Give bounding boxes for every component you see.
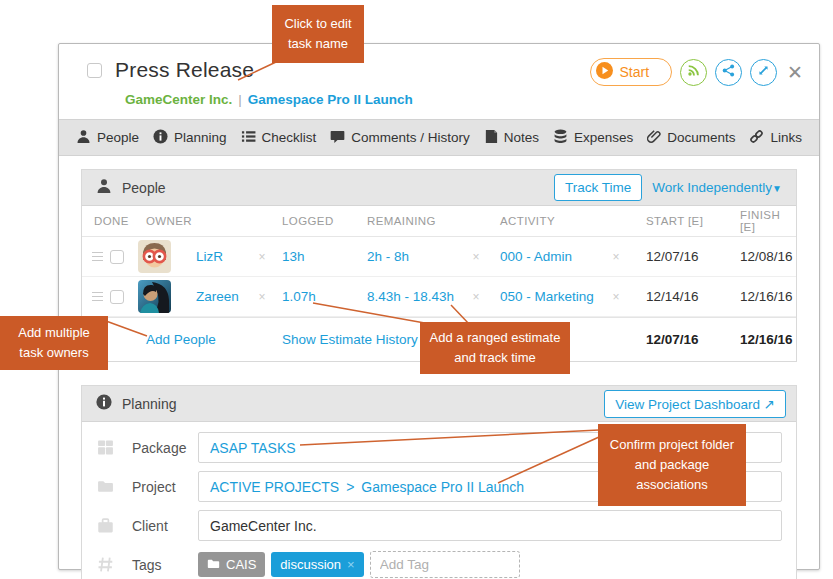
logged-link[interactable]: 1.07h xyxy=(282,289,316,304)
remove-activity-icon[interactable]: × xyxy=(604,290,628,304)
breadcrumb-project-link[interactable]: Gamespace Pro II Launch xyxy=(248,92,413,107)
tab-checklist[interactable]: Checklist xyxy=(241,129,317,147)
work-mode-dropdown[interactable]: Work Independently▼ xyxy=(652,180,786,195)
task-complete-checkbox[interactable] xyxy=(87,63,102,78)
tags-label: Tags xyxy=(118,557,198,573)
callout-ranged-estimate: Add a ranged estimate and track time xyxy=(420,322,570,374)
row-done-checkbox[interactable] xyxy=(110,250,124,264)
remove-estimate-icon[interactable]: × xyxy=(464,250,488,264)
remove-owner-icon[interactable]: × xyxy=(250,290,274,304)
tab-comments-history[interactable]: Comments / History xyxy=(330,129,470,147)
start-date[interactable]: 12/07/16 xyxy=(628,249,714,264)
add-people-link[interactable]: Add People xyxy=(146,332,216,347)
callout-add-task-owners: Add multiple task owners xyxy=(0,316,108,370)
package-label: Package xyxy=(118,440,198,456)
people-panel-header: People Track Time Work Independently▼ xyxy=(82,170,796,206)
rss-icon xyxy=(687,63,701,81)
tab-expenses[interactable]: Expenses xyxy=(553,129,633,147)
total-start-date: 12/07/16 xyxy=(628,332,714,347)
tab-bar: People Planning Checklist Comments / His… xyxy=(59,119,819,156)
client-label: Client xyxy=(118,518,198,534)
logged-link[interactable]: 13h xyxy=(282,249,305,264)
tag-cais[interactable]: CAIS xyxy=(198,552,265,577)
start-date[interactable]: 12/14/16 xyxy=(628,289,714,304)
col-activity: ACTIVITY xyxy=(488,215,604,227)
col-start: START [E] xyxy=(628,215,714,227)
planning-panel-title: Planning xyxy=(122,396,177,412)
breadcrumb-client-link[interactable]: GameCenter Inc. xyxy=(125,92,232,107)
drag-handle-icon[interactable] xyxy=(92,292,103,302)
finish-date[interactable]: 12/08/16 xyxy=(714,249,796,264)
folder-icon xyxy=(207,557,220,572)
remaining-link[interactable]: 2h - 8h xyxy=(367,249,409,264)
tag-discussion[interactable]: discussion × xyxy=(271,552,363,577)
share-button[interactable] xyxy=(715,59,742,86)
tab-links[interactable]: Links xyxy=(749,129,802,147)
people-table-header: DONE OWNER LOGGED REMAINING ACTIVITY STA… xyxy=(82,206,796,237)
view-project-dashboard-button[interactable]: View Project Dashboard ↗ xyxy=(604,390,786,418)
expand-icon xyxy=(757,63,770,81)
expand-button[interactable] xyxy=(750,59,777,86)
activity-link[interactable]: 000 - Admin xyxy=(500,249,572,264)
package-icon xyxy=(92,439,118,456)
finish-date[interactable]: 12/16/16 xyxy=(714,289,796,304)
remove-tag-icon[interactable]: × xyxy=(347,557,355,572)
planning-panel-header: Planning View Project Dashboard ↗ xyxy=(82,386,796,422)
link-icon xyxy=(749,129,764,147)
avatar xyxy=(138,280,171,313)
col-finish: FINISH [E] xyxy=(714,209,796,233)
checklist-icon xyxy=(241,129,256,147)
show-estimate-history-link[interactable]: Show Estimate History xyxy=(282,332,418,347)
callout-confirm-project: Confirm project folder and package assoc… xyxy=(598,424,746,506)
play-icon xyxy=(596,62,613,83)
breadcrumb: GameCenter Inc.|Gamespace Pro II Launch xyxy=(125,92,803,107)
col-done: DONE xyxy=(82,215,138,227)
briefcase-icon xyxy=(92,517,118,534)
client-field-row: Client GameCenter Inc. xyxy=(92,510,782,541)
info-icon xyxy=(96,394,112,414)
tab-documents[interactable]: Documents xyxy=(647,129,735,147)
tab-planning[interactable]: Planning xyxy=(153,129,227,147)
table-row: Zareen × 1.07h 8.43h - 18.43h × 050 - Ma… xyxy=(82,277,796,317)
remaining-link[interactable]: 8.43h - 18.43h xyxy=(367,289,454,304)
owner-link[interactable]: Zareen xyxy=(196,289,239,304)
breadcrumb-separator: | xyxy=(232,92,248,107)
tab-notes[interactable]: Notes xyxy=(484,129,539,147)
project-name-link[interactable]: Gamespace Pro II Launch xyxy=(361,479,524,495)
hash-icon xyxy=(92,556,118,573)
project-folder-link[interactable]: ACTIVE PROJECTS xyxy=(210,479,339,495)
people-panel-title: People xyxy=(122,180,166,196)
project-label: Project xyxy=(118,479,198,495)
row-done-checkbox[interactable] xyxy=(110,290,124,304)
owner-link[interactable]: LizR xyxy=(196,249,223,264)
notes-icon xyxy=(484,129,498,147)
add-tag-input[interactable] xyxy=(370,551,520,578)
drag-handle-icon[interactable] xyxy=(92,252,103,262)
client-input[interactable]: GameCenter Inc. xyxy=(198,510,782,541)
paperclip-icon xyxy=(647,129,661,147)
person-icon xyxy=(96,178,112,198)
comment-icon xyxy=(330,129,345,147)
modal-header: Press Release GameCenter Inc.|Gamespace … xyxy=(59,44,819,119)
close-icon[interactable]: ✕ xyxy=(785,61,805,84)
start-timer-button[interactable]: Start xyxy=(590,58,673,86)
avatar xyxy=(138,240,171,273)
col-logged: LOGGED xyxy=(274,215,354,227)
external-link-icon: ↗ xyxy=(764,397,775,412)
task-title[interactable]: Press Release xyxy=(115,58,254,82)
col-remaining: REMAINING xyxy=(354,215,464,227)
remove-estimate-icon[interactable]: × xyxy=(464,290,488,304)
project-separator: > xyxy=(339,479,361,495)
tab-people[interactable]: People xyxy=(76,129,139,147)
share-icon xyxy=(722,63,735,81)
chevron-down-icon: ▼ xyxy=(772,183,782,194)
activity-link[interactable]: 050 - Marketing xyxy=(500,289,594,304)
remove-owner-icon[interactable]: × xyxy=(250,250,274,264)
page: Press Release GameCenter Inc.|Gamespace … xyxy=(0,0,833,579)
total-finish-date: 12/16/16 xyxy=(714,332,796,347)
remove-activity-icon[interactable]: × xyxy=(604,250,628,264)
track-time-button[interactable]: Track Time xyxy=(554,174,642,201)
folder-icon xyxy=(92,478,118,495)
subscribe-button[interactable] xyxy=(680,59,707,86)
header-actions: Start ✕ xyxy=(590,58,806,86)
